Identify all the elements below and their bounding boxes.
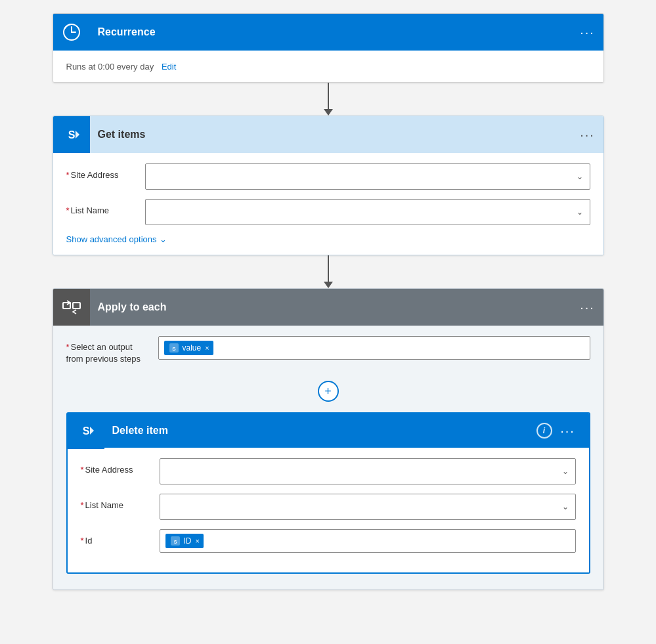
recurrence-dots: ··· (580, 25, 595, 40)
list-name-row: *List Name ⌄ (66, 199, 590, 225)
select-output-row: *Select an outputfrom previous steps S v… (66, 336, 590, 365)
svg-text:S: S (68, 129, 75, 140)
apply-to-each-title: Apply to each (90, 301, 575, 313)
apply-to-each-dots: ··· (580, 300, 595, 315)
delete-site-address-label: *Site Address (81, 458, 160, 475)
value-token-close[interactable]: × (205, 344, 209, 352)
select-output-input[interactable]: S value × (158, 336, 590, 360)
recurrence-menu-button[interactable]: ··· (575, 19, 601, 45)
get-items-card: S Get items ··· *Site Address ⌄ (53, 116, 604, 255)
delete-item-dots: ··· (560, 423, 575, 439)
id-token-close[interactable]: × (196, 537, 200, 545)
site-address-chevron: ⌄ (577, 172, 583, 181)
get-items-header: S Get items ··· (53, 116, 603, 153)
apply-to-each-body: *Select an outputfrom previous steps S v… (53, 326, 603, 590)
delete-site-address-input[interactable]: ⌄ (160, 458, 576, 484)
site-address-input[interactable]: ⌄ (145, 163, 590, 190)
delete-item-title: Delete item (104, 425, 536, 437)
delete-list-name-label: *List Name (81, 494, 160, 510)
recurrence-body: Runs at 0:00 every day Edit (53, 51, 603, 82)
arrow-1 (324, 83, 333, 116)
recurrence-icon-container (53, 14, 90, 51)
recurrence-title: Recurrence (90, 26, 575, 38)
sharepoint-icon-delete-item: S (76, 420, 97, 441)
apply-to-each-card: Apply to each ··· *Select an outputfrom … (53, 288, 604, 590)
delete-id-star: * (81, 536, 84, 546)
value-token-icon: S (168, 342, 180, 354)
delete-site-chevron: ⌄ (562, 467, 569, 476)
delete-item-icon-container: S (68, 412, 104, 449)
get-items-icon-container: S (53, 116, 90, 153)
list-name-input[interactable]: ⌄ (145, 199, 590, 225)
delete-id-row: *Id S ID × (81, 529, 576, 553)
get-items-dots: ··· (580, 127, 595, 142)
get-items-title: Get items (90, 129, 575, 140)
show-advanced-button[interactable]: Show advanced options ⌄ (66, 234, 590, 244)
select-output-label: *Select an outputfrom previous steps (66, 336, 158, 365)
delete-site-address-row: *Site Address ⌄ (81, 458, 576, 484)
delete-list-name-input[interactable]: ⌄ (160, 494, 576, 520)
sharepoint-icon-get-items: S (61, 124, 82, 145)
get-items-menu-button[interactable]: ··· (575, 121, 601, 148)
id-token-label: ID (184, 536, 192, 546)
select-output-star: * (66, 342, 70, 352)
delete-id-input[interactable]: S ID × (160, 529, 576, 553)
recurrence-icon (61, 22, 82, 43)
add-action-button[interactable]: + (318, 381, 339, 402)
apply-to-each-icon (62, 297, 81, 317)
show-advanced-chevron: ⌄ (160, 234, 167, 244)
svg-rect-5 (73, 303, 80, 309)
list-name-chevron: ⌄ (577, 207, 583, 217)
arrow-head-2 (324, 282, 333, 288)
site-address-label: *Site Address (66, 163, 145, 180)
delete-list-chevron: ⌄ (562, 502, 569, 511)
id-token: S ID × (165, 534, 204, 548)
value-token-label: value (183, 343, 202, 353)
arrow-2 (324, 255, 333, 288)
delete-item-card: S Delete item i ··· (66, 412, 590, 574)
delete-item-info-button[interactable]: i (536, 423, 552, 439)
recurrence-card: Recurrence ··· Runs at 0:00 every day Ed… (53, 13, 604, 83)
arrow-line-1 (328, 83, 329, 109)
id-token-icon: S (169, 535, 181, 547)
get-items-body: *Site Address ⌄ *List Name ⌄ Show advanc… (53, 153, 603, 255)
apply-to-each-header: Apply to each ··· (53, 289, 603, 326)
recurrence-header: Recurrence ··· (53, 14, 603, 51)
site-address-star: * (66, 170, 70, 180)
delete-item-header: S Delete item i ··· (68, 414, 589, 448)
delete-id-label: *Id (81, 529, 160, 546)
recurrence-schedule: Runs at 0:00 every day (66, 62, 154, 72)
svg-text:S: S (172, 346, 176, 352)
apply-to-each-icon-container (53, 289, 90, 326)
value-token: S value × (164, 341, 213, 355)
recurrence-edit-link[interactable]: Edit (162, 62, 176, 72)
delete-site-star: * (81, 465, 84, 475)
svg-text:S: S (82, 425, 89, 437)
svg-text:S: S (173, 540, 177, 544)
arrow-head-1 (324, 109, 333, 116)
list-name-star: * (66, 205, 70, 215)
delete-item-body: *Site Address ⌄ *List Name ⌄ (68, 448, 589, 572)
delete-item-menu-button[interactable]: ··· (555, 418, 581, 444)
site-address-row: *Site Address ⌄ (66, 163, 590, 190)
flow-container: Recurrence ··· Runs at 0:00 every day Ed… (13, 13, 643, 590)
delete-list-name-row: *List Name ⌄ (81, 494, 576, 520)
delete-item-header-icons: i ··· (536, 418, 584, 444)
list-name-label: *List Name (66, 199, 145, 215)
select-output-text: Select an outputfrom previous steps (66, 342, 141, 364)
apply-to-each-menu-button[interactable]: ··· (575, 294, 601, 320)
delete-list-star: * (81, 500, 84, 510)
arrow-line-2 (328, 255, 329, 282)
